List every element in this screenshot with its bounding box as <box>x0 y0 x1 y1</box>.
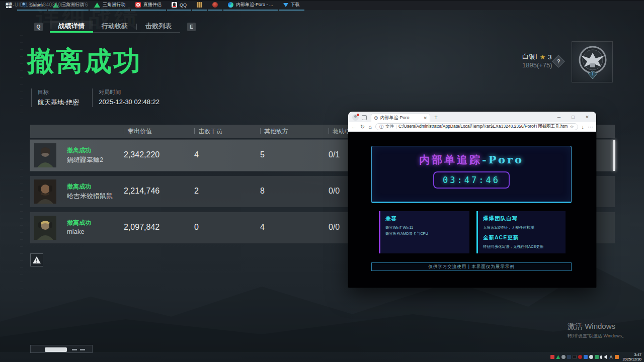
info-objective: 目标 航天基地-绝密 <box>31 88 79 107</box>
rank-tier: 白银I ★ 3 <box>522 52 552 61</box>
col-header-kills: 击败干员 <box>194 125 222 138</box>
title-accent: -Poro <box>482 153 524 166</box>
refresh-icon[interactable]: ↻ <box>360 124 365 130</box>
browser-content: 内部单追踪-Poro 03:47:46 兼容 兼容Win7-Win11 兼容所有… <box>348 132 596 288</box>
avatar <box>34 216 56 240</box>
speaker-icon[interactable] <box>604 355 607 359</box>
cell-others: 4 <box>260 223 265 232</box>
row-status: 撤离成功 <box>67 219 91 227</box>
globe-icon: ⊕ <box>374 116 378 121</box>
tracker-panel: 内部单追踪-Poro 03:47:46 <box>371 146 572 203</box>
taskbar-app-edge-poro[interactable]: 内部单追-Poro - ... <box>223 1 278 11</box>
card-line: 兼容所有AMD显卡与CPU <box>385 231 464 237</box>
defender-tray-icon[interactable] <box>567 355 571 359</box>
cell-kills: 0 <box>194 223 199 232</box>
activate-windows-watermark: 激活 Windows 转到“设置”以激活 Windows。 <box>568 322 626 339</box>
row-status: 撤离成功 <box>67 183 91 191</box>
browser-titlebar[interactable]: ⊕ 内部单追-Poro ✕ + ─ □ ✕ <box>348 112 596 122</box>
steam-tray-icon[interactable] <box>561 355 566 359</box>
close-button[interactable]: ✕ <box>580 115 594 120</box>
card-title: 全新ACE更新 <box>483 234 560 241</box>
taskbar-app-gold[interactable] <box>192 1 207 11</box>
watermark-line1: 激活 Windows <box>568 322 626 331</box>
report-warning-button[interactable] <box>30 253 43 266</box>
blue-app-tray-icon[interactable] <box>584 355 588 359</box>
url-field[interactable]: ⓘ 文件 C:/Users/Administrator/AppData/Loca… <box>375 123 578 130</box>
back-icon[interactable]: ← <box>351 124 357 130</box>
url-scheme-label: 文件 <box>385 124 394 130</box>
rank-tier-name: 白银I <box>522 52 537 61</box>
browser-tab[interactable]: ⊕ 内部单追-Poro ✕ <box>371 113 430 122</box>
player-uid: CN-UID:183811840310648359376 <box>5 2 88 8</box>
card-line: 兼容Win7-Win11 <box>385 225 464 231</box>
col-header-others: 其他敌方 <box>260 125 288 138</box>
downloads-icon[interactable]: ↓ <box>582 124 585 130</box>
maximize-button[interactable]: □ <box>566 115 580 120</box>
recording-tray-icon[interactable] <box>550 355 554 359</box>
card-title: 兼容 <box>385 215 464 222</box>
home-icon[interactable]: ⌂ <box>368 124 372 130</box>
col-header-value: 带出价值 <box>124 125 152 138</box>
microphone-icon[interactable] <box>600 355 602 359</box>
card-line: 无痕读写0特征，无视任何检测 <box>483 225 560 231</box>
compatibility-card: 兼容 兼容Win7-Win11 兼容所有AMD显卡与CPU <box>379 211 469 253</box>
delta-tray-icon[interactable] <box>556 355 560 359</box>
info-value: 2025-12-30 02:48:22 <box>99 98 159 106</box>
system-tray: A 3:47 2025/12/30 <box>550 352 644 362</box>
tab-close-icon[interactable]: ✕ <box>423 116 427 121</box>
dark-app-tray-icon[interactable] <box>573 355 577 359</box>
disclaimer-footer: 仅供学习交流使用 | 本界面仅为展示示例 <box>371 262 572 271</box>
cell-value: 2,214,746 <box>124 187 159 196</box>
info-value: 航天基地-绝密 <box>38 98 79 107</box>
tab-loot-gains[interactable]: 行动收获 <box>93 21 136 32</box>
live-companion-icon <box>135 2 141 8</box>
tab-match-details[interactable]: 战绩详情 <box>50 21 93 32</box>
minimize-button[interactable]: ─ <box>552 115 566 120</box>
cell-rescue: 0/1 <box>329 150 340 159</box>
tracker-title: 内部单追踪-Poro <box>372 153 571 167</box>
browser-address-bar[interactable]: ← ↻ ⌂ ⓘ 文件 C:/Users/Administrator/AppDat… <box>348 122 596 132</box>
info-match-time: 对局时间 2025-12-30 02:48:22 <box>92 88 159 107</box>
red-app-icon <box>212 2 218 8</box>
security-tray-icon[interactable] <box>615 355 619 359</box>
browser-profile-icon[interactable] <box>352 114 359 121</box>
key-hint-q: Q <box>34 23 43 31</box>
rank-emblem: I <box>572 41 613 82</box>
match-info: 目标 航天基地-绝密 对局时间 2025-12-30 02:48:22 <box>31 88 173 107</box>
taskbar-clock[interactable]: 3:47 2025/12/30 <box>622 352 641 362</box>
rank-star-icon: ★ <box>540 53 546 61</box>
selection-marker <box>613 140 615 171</box>
decor-ruler <box>20 35 23 317</box>
cell-rescue: 0/0 <box>329 187 340 196</box>
tab-stack-icon[interactable] <box>362 115 367 120</box>
tab-kill-list[interactable]: 击败列表 <box>137 21 180 32</box>
tracker-timer: 03:47:46 <box>433 171 510 189</box>
new-tab-button[interactable]: + <box>434 114 438 121</box>
watermark-line2: 转到“设置”以激活 Windows。 <box>568 333 626 339</box>
favorite-star-icon[interactable]: ☆ <box>570 124 574 129</box>
rank-help-button[interactable]: ? <box>552 55 565 67</box>
light-app-tray-icon[interactable] <box>589 355 593 359</box>
menu-dots-icon[interactable]: ⋯ <box>588 124 593 130</box>
green-app-tray-icon[interactable] <box>595 355 599 359</box>
taskbar-app-downloads[interactable]: 下载 <box>279 1 304 11</box>
red-circle-tray-icon[interactable] <box>578 355 582 359</box>
cell-kills: 4 <box>194 150 199 159</box>
url-divider <box>396 125 396 129</box>
question-icon: ? <box>554 57 562 65</box>
cell-kills: 2 <box>194 187 199 196</box>
row-player-name: 哈吉米狡猾鼠鼠 <box>67 192 113 201</box>
url-path: C:/Users/Administrator/AppData/Local/Tem… <box>398 124 568 130</box>
key-hint-e: E <box>187 23 196 31</box>
window-controls[interactable]: ─ □ ✕ <box>552 112 594 122</box>
taskbar-app-red[interactable] <box>208 1 222 11</box>
browser-tab-title: 内部单追-Poro <box>380 115 421 121</box>
edge-icon <box>228 2 233 8</box>
browser-window[interactable]: ⊕ 内部单追-Poro ✕ + ─ □ ✕ ← ↻ ⌂ ⓘ 文件 C:/User… <box>348 112 596 288</box>
avatar <box>34 179 56 204</box>
avatar <box>34 143 56 167</box>
game-screen: 详细战绩 CN-UID:183811840310648359376 Q 战绩详情… <box>0 0 644 362</box>
taskbar-app-qq[interactable]: QQ <box>167 1 191 11</box>
cell-others: 8 <box>260 187 265 196</box>
ime-indicator[interactable]: A <box>608 354 613 359</box>
